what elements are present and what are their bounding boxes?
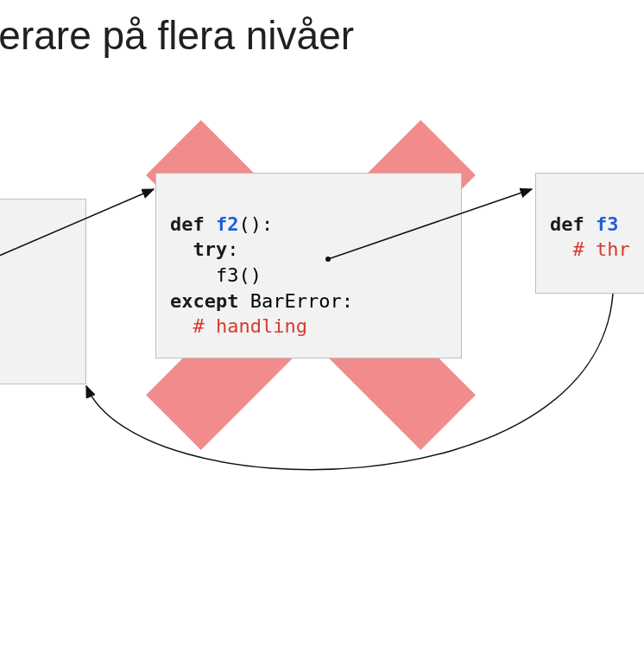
- code-box-f1: Error: g: [0, 199, 86, 384]
- slide-title: nterare på flera nivåer: [0, 12, 354, 59]
- code-box-f3: def f3 # thr: [535, 173, 644, 294]
- code-box-f2: def f2(): try: f3() except BarError: # h…: [155, 173, 462, 358]
